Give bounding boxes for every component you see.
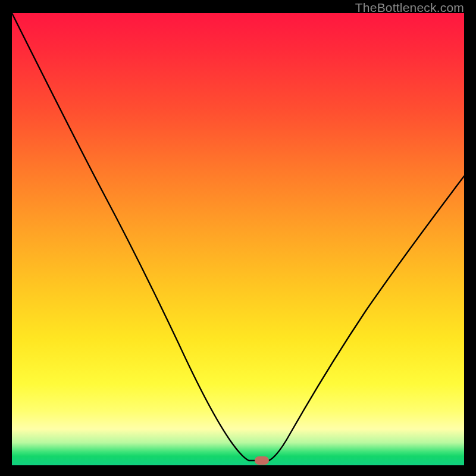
plot-area xyxy=(12,13,464,465)
bottleneck-curve xyxy=(12,13,464,461)
chart-frame: TheBottleneck.com xyxy=(0,0,476,476)
curve-layer xyxy=(12,13,464,465)
min-marker xyxy=(255,456,269,465)
watermark-text: TheBottleneck.com xyxy=(355,1,464,15)
